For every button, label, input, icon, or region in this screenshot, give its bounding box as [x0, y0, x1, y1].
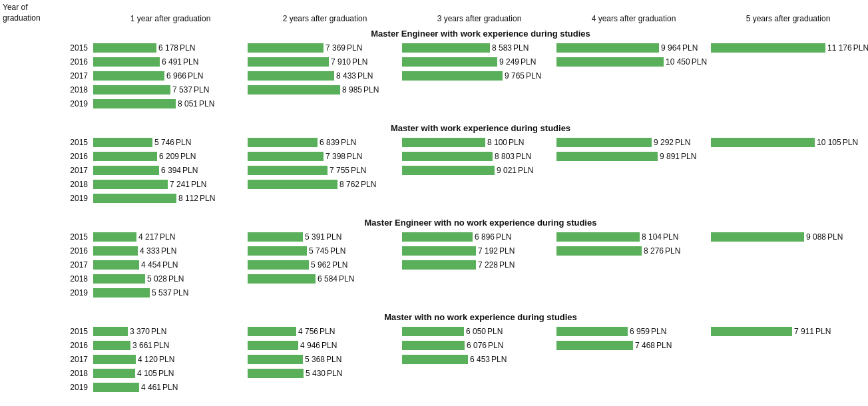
data-row: 20195 537 PLN — [0, 286, 868, 300]
data-cell: 6 966 PLN — [93, 70, 248, 82]
bar — [556, 232, 640, 242]
data-cell — [711, 287, 865, 299]
bar — [556, 43, 659, 53]
data-cell — [556, 84, 711, 96]
year-label: 2015 — [0, 327, 93, 336]
data-cell: 9 292 PLN — [556, 136, 711, 148]
currency-label: PLN — [347, 152, 362, 161]
bar — [556, 57, 664, 67]
value-label: 9 765 — [505, 71, 525, 81]
data-cell: 11 176 PLN — [711, 42, 865, 54]
currency-label: PLN — [173, 288, 188, 298]
value-label: 9 292 — [654, 138, 674, 147]
currency-label: PLN — [168, 274, 184, 284]
value-label: 3 661 — [132, 341, 152, 350]
data-row: 20184 105 PLN5 430 PLN — [0, 367, 868, 380]
currency-label: PLN — [341, 138, 356, 147]
data-cell: 5 430 PLN — [248, 367, 402, 379]
data-cell — [711, 353, 865, 365]
data-cell: 6 839 PLN — [248, 136, 402, 148]
data-cell: 7 369 PLN — [248, 42, 402, 54]
bar — [402, 232, 473, 242]
data-cell: 8 762 PLN — [248, 178, 402, 190]
data-cell — [402, 381, 556, 393]
data-row: 20166 209 PLN7 398 PLN8 803 PLN9 891 PLN — [0, 150, 868, 163]
currency-label: PLN — [521, 57, 536, 67]
bar — [248, 369, 304, 378]
value-label: 6 959 — [630, 327, 650, 336]
data-cell — [248, 192, 402, 204]
year-label: 2018 — [0, 369, 93, 378]
value-label: 10 450 — [666, 57, 690, 67]
bar — [402, 355, 468, 364]
currency-label: PLN — [199, 99, 214, 108]
bar — [93, 194, 176, 203]
data-cell — [402, 287, 556, 299]
data-cell — [248, 98, 402, 110]
data-cell — [711, 84, 865, 96]
bar — [711, 138, 815, 147]
currency-label: PLN — [663, 232, 678, 242]
currency-label: PLN — [357, 71, 373, 81]
value-label: 7 910 — [331, 57, 351, 67]
currency-label: PLN — [518, 166, 533, 175]
data-cell: 5 537 PLN — [93, 287, 248, 299]
value-label: 4 120 — [138, 355, 158, 364]
data-row: 20194 461 PLN — [0, 381, 868, 394]
value-label: 8 762 — [339, 180, 359, 189]
data-row: 20198 112 PLN — [0, 192, 868, 205]
currency-label: PLN — [183, 57, 198, 67]
bar — [248, 246, 307, 256]
data-cell — [711, 192, 865, 204]
value-label: 4 333 — [140, 246, 160, 256]
value-label: 4 454 — [141, 260, 161, 270]
currency-label: PLN — [159, 355, 174, 364]
currency-label: PLN — [330, 246, 345, 256]
currency-label: PLN — [161, 246, 176, 256]
bar — [248, 327, 296, 336]
data-row: 20163 661 PLN4 946 PLN6 076 PLN7 468 PLN — [0, 339, 868, 352]
data-cell — [711, 339, 865, 351]
data-cell: 7 241 PLN — [93, 178, 248, 190]
currency-label: PLN — [351, 166, 366, 175]
year-label: 2018 — [0, 274, 93, 284]
value-label: 5 368 — [305, 355, 325, 364]
data-cell: 6 959 PLN — [556, 325, 711, 337]
data-cell — [711, 150, 865, 162]
data-cell — [556, 367, 711, 379]
section-title-3: Master with no work experience during st… — [93, 312, 868, 322]
data-row: 20176 394 PLN7 755 PLN9 021 PLN — [0, 164, 868, 177]
value-label: 6 050 — [466, 327, 486, 336]
data-cell: 9 891 PLN — [556, 150, 711, 162]
bar — [402, 57, 497, 67]
data-cell: 8 803 PLN — [402, 150, 556, 162]
currency-label: PLN — [526, 71, 541, 81]
currency-label: PLN — [327, 369, 342, 378]
data-cell: 9 765 PLN — [402, 70, 556, 82]
currency-label: PLN — [656, 341, 672, 350]
bar — [93, 85, 170, 95]
bar — [402, 166, 495, 175]
bar — [248, 152, 324, 161]
data-cell: 4 946 PLN — [248, 339, 402, 351]
bar — [93, 327, 128, 336]
data-row: 20187 241 PLN8 762 PLN — [0, 178, 868, 191]
value-label: 7 911 — [794, 327, 814, 336]
data-cell: 9 249 PLN — [402, 56, 556, 68]
data-cell: 10 105 PLN — [711, 136, 865, 148]
currency-label: PLN — [491, 355, 507, 364]
value-label: 8 051 — [178, 99, 198, 108]
data-cell — [402, 192, 556, 204]
data-cell: 8 433 PLN — [248, 70, 402, 82]
bar — [93, 166, 159, 175]
value-label: 4 217 — [138, 232, 158, 242]
bar — [402, 341, 465, 350]
section-title-1: Master with work experience during studi… — [93, 123, 868, 133]
data-cell — [248, 381, 402, 393]
data-cell: 7 228 PLN — [402, 259, 556, 271]
year-label: 2017 — [0, 71, 93, 81]
currency-label: PLN — [320, 327, 335, 336]
currency-label: PLN — [487, 327, 503, 336]
value-label: 8 583 — [492, 43, 512, 53]
bar — [248, 274, 316, 284]
